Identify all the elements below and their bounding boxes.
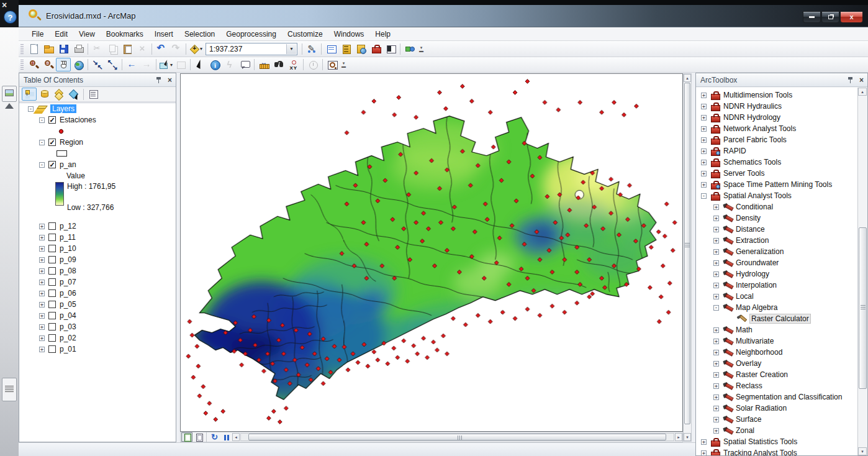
clear-selected-features-button[interactable] — [173, 58, 188, 71]
layer-label[interactable]: p_06 — [60, 289, 76, 298]
overlay-list-button[interactable] — [2, 378, 17, 401]
tool-label[interactable]: Solar Radiation — [736, 404, 787, 413]
tool-label[interactable]: Map Algebra — [736, 303, 777, 312]
atb-item-surface[interactable]: +Surface — [696, 414, 857, 425]
collapse-icon[interactable]: - — [39, 162, 45, 168]
menu-selection[interactable]: Selection — [179, 28, 220, 40]
measure-button[interactable] — [256, 58, 271, 71]
menu-insert[interactable]: Insert — [149, 28, 179, 40]
zoom-in-button[interactable]: + — [26, 58, 41, 71]
time-slider-button[interactable] — [305, 58, 320, 71]
toolbar-grip[interactable] — [20, 60, 24, 70]
layer-label[interactable]: p_04 — [60, 311, 76, 320]
fixed-zoom-out-button[interactable] — [105, 58, 120, 71]
collapse-icon[interactable]: - — [28, 106, 34, 112]
toc-layer-p-12[interactable]: +p_12 — [19, 221, 176, 232]
menu-bookmarks[interactable]: Bookmarks — [101, 28, 149, 40]
menu-help[interactable]: Help — [369, 28, 396, 40]
viewer-window-button[interactable] — [325, 58, 340, 71]
collapse-icon[interactable]: - — [701, 193, 707, 199]
tool-label[interactable]: Groundwater — [736, 258, 779, 267]
tool-label[interactable]: Extraction — [736, 236, 769, 245]
toc-layer-p-06[interactable]: +p_06 — [19, 288, 176, 299]
editor-toolbar-button[interactable] — [304, 42, 319, 56]
layers-root-label[interactable]: Layers — [50, 104, 76, 113]
options-button[interactable] — [86, 88, 101, 101]
table-of-contents-window-button[interactable] — [323, 42, 338, 56]
atb-item-multidimension-tools[interactable]: +Multidimension Tools — [696, 89, 857, 101]
layer-label[interactable]: p_10 — [60, 244, 76, 253]
p_10-checkbox[interactable] — [48, 245, 56, 252]
estaciones-symbol-row[interactable] — [19, 125, 176, 137]
p-an-label[interactable]: p_an — [60, 160, 76, 169]
expand-icon[interactable]: + — [713, 260, 719, 266]
atb-item-groundwater[interactable]: +Groundwater — [696, 257, 857, 268]
atb-item-math[interactable]: +Math — [696, 324, 857, 335]
expand-icon[interactable]: + — [713, 227, 719, 232]
expand-icon[interactable]: + — [701, 104, 707, 109]
atb-item-map-algebra[interactable]: -Map Algebra — [696, 302, 857, 313]
atb-item-raster-creation[interactable]: +Raster Creation — [696, 369, 857, 380]
tool-label[interactable]: Raster Creation — [736, 370, 788, 379]
tool-label[interactable]: Interpolation — [736, 281, 777, 290]
arctoolbox-scrollbar[interactable]: ▴ ▾ — [857, 88, 867, 455]
chevron-down-icon[interactable]: ▾ — [170, 62, 173, 68]
expand-icon[interactable]: + — [713, 283, 719, 288]
full-extent-button[interactable] — [71, 58, 86, 71]
region-symbol-row[interactable] — [19, 148, 176, 159]
tool-label[interactable]: Segmentation and Classification — [736, 393, 842, 401]
p_08-checkbox[interactable] — [48, 267, 56, 275]
map-horizontal-scrollbar[interactable] — [240, 433, 674, 441]
atb-item-space-time-pattern-mining-tools[interactable]: +Space Time Pattern Mining Tools — [696, 179, 857, 190]
go-to-xy-button[interactable] — [286, 58, 301, 71]
pause-drawing-button[interactable] — [221, 432, 232, 442]
tool-label[interactable]: Zonal — [736, 426, 754, 435]
expand-icon[interactable]: + — [39, 268, 45, 274]
p_02-checkbox[interactable] — [48, 334, 56, 342]
expand-icon[interactable]: + — [39, 302, 45, 308]
p_03-checkbox[interactable] — [48, 323, 56, 331]
p_01-checkbox[interactable] — [48, 345, 56, 353]
expand-icon[interactable]: + — [713, 294, 719, 299]
toc-layer-estaciones[interactable]: - ✓ Estaciones — [19, 114, 176, 125]
expand-icon[interactable]: + — [713, 249, 719, 255]
help-icon[interactable]: ? — [4, 11, 17, 24]
expand-icon[interactable]: + — [713, 372, 719, 378]
restore-button[interactable] — [821, 11, 839, 23]
zoom-out-button[interactable]: − — [41, 58, 56, 71]
select-elements-button[interactable] — [192, 58, 207, 71]
atb-item-reclass[interactable]: +Reclass — [696, 380, 857, 391]
catalog-window-button[interactable] — [353, 42, 368, 56]
scroll-down-icon[interactable]: ▾ — [684, 433, 691, 441]
overlay-snapshot-button[interactable] — [2, 86, 17, 102]
delete-button[interactable] — [135, 42, 150, 56]
modelbuilder-button[interactable] — [402, 42, 417, 56]
layer-label[interactable]: p_03 — [60, 322, 76, 331]
tool-label[interactable]: Space Time Pattern Mining Tools — [723, 180, 832, 189]
tool-label[interactable]: Distance — [736, 225, 765, 234]
atb-item-local[interactable]: +Local — [696, 291, 857, 302]
layer-label[interactable]: p_08 — [60, 267, 76, 275]
p_07-checkbox[interactable] — [48, 278, 56, 286]
expand-icon[interactable]: + — [713, 417, 719, 422]
menu-view[interactable]: View — [73, 28, 101, 40]
expand-icon[interactable]: + — [713, 406, 719, 411]
expand-icon[interactable]: + — [39, 335, 45, 341]
toc-root-layers[interactable]: - Layers — [19, 103, 176, 114]
tool-label[interactable]: Schematics Tools — [723, 158, 781, 166]
collapse-icon[interactable]: - — [39, 140, 45, 145]
list-by-drawing-order-button[interactable] — [22, 88, 37, 101]
toc-layer-region[interactable]: - ✓ Region — [19, 137, 176, 148]
toc-layer-p-03[interactable]: +p_03 — [19, 321, 176, 332]
copy-button[interactable] — [105, 42, 120, 56]
atb-item-density[interactable]: +Density — [696, 212, 857, 224]
close-button[interactable]: x — [840, 11, 863, 23]
menu-windows[interactable]: Windows — [328, 28, 370, 40]
atb-item-server-tools[interactable]: +Server Tools — [696, 168, 857, 179]
scale-combobox[interactable]: ▾ — [206, 43, 297, 55]
p_05-checkbox[interactable] — [48, 301, 56, 308]
scroll-right-icon[interactable]: ▸ — [675, 433, 682, 441]
collapse-icon[interactable]: - — [39, 117, 45, 123]
atb-item-spatial-analyst-tools[interactable]: -Spatial Analyst Tools — [696, 190, 857, 201]
html-popup-button[interactable] — [237, 58, 252, 71]
